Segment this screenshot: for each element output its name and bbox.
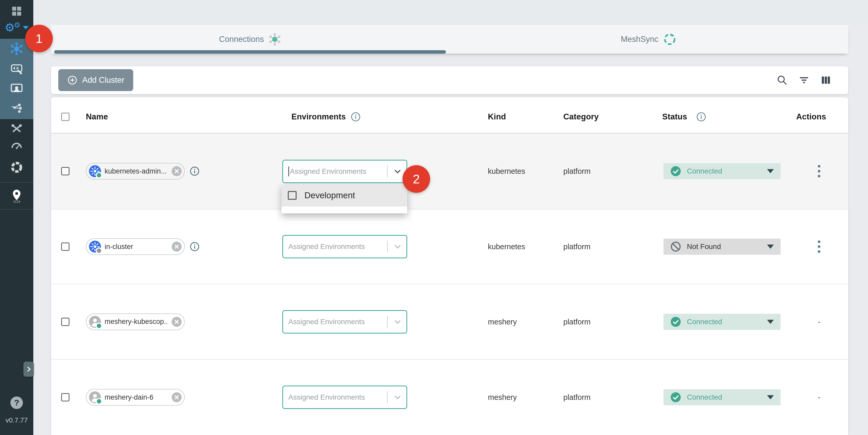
kebab-menu-icon[interactable] (818, 165, 820, 178)
add-cluster-label: Add Cluster (82, 75, 124, 85)
help-button[interactable]: ? (10, 397, 23, 409)
status-select[interactable]: Connected (663, 163, 781, 179)
column-environments[interactable]: Environments (291, 112, 346, 122)
text-cursor (288, 166, 289, 177)
option-checkbox[interactable] (288, 191, 297, 200)
dropdown-option-development[interactable]: Development (282, 184, 407, 207)
kebab-menu-icon[interactable] (818, 240, 820, 253)
connection-status-dot (96, 172, 102, 179)
status-select[interactable]: Connected (663, 389, 781, 405)
add-cluster-button[interactable]: Add Cluster (58, 69, 133, 91)
select-divider (387, 241, 388, 253)
connection-info-icon[interactable] (190, 166, 199, 176)
delete-chip-icon[interactable] (171, 166, 182, 177)
environments-info-icon[interactable] (351, 112, 361, 122)
tab-meshsync[interactable]: MeshSync (450, 25, 848, 54)
environments-placeholder: Assigned Environments (290, 167, 366, 176)
mesh-nodes-icon (10, 102, 23, 115)
status-label: Not Found (687, 243, 721, 251)
columns-icon (820, 74, 832, 86)
connection-name: kubernetes-admin... (104, 167, 168, 175)
connection-status-dot (96, 322, 102, 329)
sidebar-item-configuration[interactable] (0, 119, 33, 137)
toolbar-card: Add Cluster (51, 66, 848, 94)
environments-select[interactable]: Assigned Environments (282, 310, 407, 334)
select-all-checkbox[interactable] (61, 113, 69, 121)
table-header: Name Environments Kind Category Status A… (51, 97, 848, 133)
column-name[interactable]: Name (86, 112, 108, 122)
search-icon (776, 74, 788, 86)
chevron-down-icon[interactable] (392, 317, 403, 327)
kind-value: meshery (488, 317, 517, 326)
presenter-icon (10, 82, 23, 95)
connection-status-dot (96, 247, 102, 254)
sidebar-item-extensions[interactable] (0, 158, 33, 177)
chevron-down-icon[interactable] (392, 242, 403, 252)
sidebar-item-get-started[interactable] (0, 187, 33, 205)
kind-value: kubernetes (488, 167, 525, 176)
table-row: meshery-dain-6 Assigned Environments mes… (51, 360, 848, 435)
status-select[interactable]: Not Found (663, 239, 781, 255)
search-button[interactable] (776, 74, 788, 86)
chevron-down-icon[interactable] (392, 166, 403, 177)
column-kind[interactable]: Kind (488, 112, 506, 122)
sidebar-item-workspaces[interactable] (0, 79, 33, 98)
caret-down-icon (767, 320, 774, 324)
environments-select[interactable]: Assigned Environments (282, 160, 407, 183)
category-value: platform (563, 393, 591, 402)
row-checkbox[interactable] (61, 167, 69, 175)
kubernetes-icon (89, 165, 101, 178)
adapters-icon (10, 62, 23, 75)
delete-chip-icon[interactable] (171, 392, 182, 403)
tab-meshsync-label: MeshSync (621, 35, 658, 44)
delete-chip-icon[interactable] (171, 316, 182, 327)
connected-check-icon (670, 392, 681, 403)
caret-down-icon (767, 395, 774, 399)
status-info-icon[interactable] (696, 112, 706, 122)
row-actions[interactable] (809, 165, 830, 178)
connection-chip[interactable]: in-cluster (86, 238, 185, 255)
option-label: Development (304, 190, 355, 200)
meshery-app: ⚙ ⚙ (0, 0, 868, 435)
filter-button[interactable] (798, 74, 810, 86)
connection-chip[interactable]: meshery-kubescop... (86, 313, 185, 330)
row-checkbox[interactable] (61, 243, 69, 251)
row-actions[interactable] (809, 240, 830, 253)
environments-placeholder: Assigned Environments (288, 393, 365, 401)
connection-chip[interactable]: meshery-dain-6 (86, 389, 185, 406)
sidebar-expand-button[interactable] (23, 362, 34, 377)
tab-connections[interactable]: Connections (51, 25, 450, 54)
gauge-icon (10, 139, 23, 153)
table-row: in-cluster Assigned Environments (51, 210, 848, 284)
connection-info-icon[interactable] (190, 242, 199, 252)
sidebar-item-service-mesh[interactable] (0, 99, 33, 117)
table-row: meshery-kubescop... Assigned Environment… (51, 284, 848, 360)
status-select[interactable]: Connected (663, 314, 781, 330)
sidebar-item-performance[interactable] (0, 137, 33, 155)
kind-value: meshery (488, 393, 517, 402)
top-strip (33, 0, 868, 25)
annotation-badge-1: 1 (25, 25, 53, 52)
delete-chip-icon[interactable] (171, 241, 182, 252)
meshsync-ring-icon (662, 32, 677, 46)
column-category[interactable]: Category (563, 112, 599, 122)
column-status[interactable]: Status (662, 112, 687, 122)
sidebar-item-adapters[interactable] (0, 60, 33, 78)
connection-name: meshery-dain-6 (104, 393, 168, 401)
connections-hub-icon (268, 33, 282, 46)
tools-icon (10, 122, 23, 134)
environments-select[interactable]: Assigned Environments (282, 385, 407, 409)
category-value: platform (563, 243, 591, 251)
environments-select[interactable]: Assigned Environments (282, 235, 407, 258)
chevron-right-icon (25, 365, 33, 373)
row-checkbox[interactable] (61, 318, 69, 326)
select-divider (387, 316, 388, 328)
no-actions-dash: - (818, 393, 820, 402)
view-columns-button[interactable] (820, 74, 832, 86)
not-found-icon (670, 241, 681, 252)
toolbar-icons (776, 74, 832, 86)
row-checkbox[interactable] (61, 393, 69, 401)
connection-chip[interactable]: kubernetes-admin... (86, 163, 185, 180)
chevron-down-icon[interactable] (392, 392, 403, 402)
dashboard-icon[interactable] (0, 2, 33, 20)
